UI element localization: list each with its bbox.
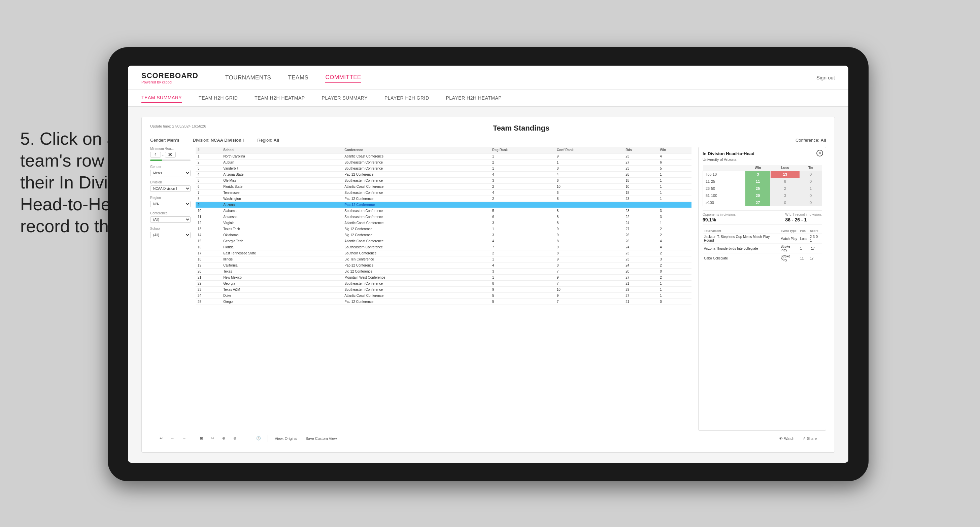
table-row[interactable]: 17East Tennessee StateSouthern Conferenc… bbox=[196, 250, 692, 256]
table-row[interactable]: 13Texas TechBig 12 Conference19272 bbox=[196, 226, 692, 232]
tournament-row[interactable]: Arizona Thunderbirds Intercollegiate Str… bbox=[703, 244, 822, 253]
save-custom-view-label: Save Custom View bbox=[306, 437, 337, 441]
table-row[interactable]: 23Texas A&MSoutheastern Conference910291 bbox=[196, 287, 692, 293]
table-row[interactable]: 1North CarolinaAtlantic Coast Conference… bbox=[196, 154, 692, 160]
tournament-pos: 1 bbox=[799, 244, 809, 253]
table-row[interactable]: 8WashingtonPac-12 Conference28231 bbox=[196, 196, 692, 202]
table-row[interactable]: 25OregonPac-12 Conference57210 bbox=[196, 299, 692, 305]
save-custom-view-button[interactable]: Save Custom View bbox=[303, 435, 340, 442]
record-value: 86 - 26 - 1 bbox=[785, 217, 822, 222]
forward-button[interactable]: → bbox=[180, 435, 189, 442]
h2h-loss-cell: 2 bbox=[771, 185, 800, 192]
top-nav: SCOREBOARD Powered by clippd TOURNAMENTS… bbox=[128, 66, 848, 90]
conference-filter-label: Conference: All bbox=[795, 138, 826, 143]
min-rounds-min-input[interactable] bbox=[150, 152, 161, 157]
table-row[interactable]: 7TennesseeSoutheastern Conference46181 bbox=[196, 190, 692, 196]
min-rounds-slider[interactable] bbox=[150, 160, 191, 161]
table-row[interactable]: 18IllinoisBig Ten Conference19233 bbox=[196, 256, 692, 262]
toolbar-separator-1 bbox=[193, 435, 193, 442]
h2h-stats: Opponents in division: 99.1% W-L-T recor… bbox=[703, 210, 822, 225]
watch-button[interactable]: 👁 Watch bbox=[776, 435, 797, 442]
h2h-loss-cell: 3 bbox=[771, 192, 800, 199]
filter-panel: Minimum Rou... - bbox=[150, 147, 191, 431]
division-select[interactable]: NCAA Division I NCAA Division II NCAA Di… bbox=[150, 186, 191, 192]
table-row[interactable]: 3VanderbiltSoutheastern Conference18235 bbox=[196, 165, 692, 171]
nav-teams[interactable]: TEAMS bbox=[288, 73, 309, 83]
table-row[interactable]: 24DukeAtlantic Coast Conference59271 bbox=[196, 293, 692, 299]
col-score: Score bbox=[809, 228, 822, 234]
region-select[interactable]: N/A All bbox=[150, 201, 191, 207]
school-select[interactable]: (All) bbox=[150, 232, 191, 238]
table-row[interactable]: 20TexasBig 12 Conference37200 bbox=[196, 268, 692, 275]
sub-nav-player-h2h-heatmap[interactable]: PLAYER H2H HEATMAP bbox=[446, 94, 502, 102]
region-group: Region N/A All bbox=[150, 196, 191, 207]
table-row[interactable]: 10AlabamaSoutheastern Conference58233 bbox=[196, 208, 692, 214]
slider-fill bbox=[150, 160, 162, 161]
table-row-selected[interactable]: 9ArizonaPac-12 Conference bbox=[196, 202, 692, 208]
table-row[interactable]: 19CaliforniaPac-12 Conference48242 bbox=[196, 262, 692, 268]
h2h-range-label: 51-100 bbox=[703, 192, 745, 199]
region-filter-panel-label: Region bbox=[150, 196, 191, 200]
zoom-in-button[interactable]: ⊕ bbox=[220, 435, 228, 442]
sub-nav-team-h2h-heatmap[interactable]: TEAM H2H HEATMAP bbox=[255, 94, 305, 102]
tournament-name: Cabo Collegiate bbox=[703, 253, 779, 263]
sub-nav-player-h2h-grid[interactable]: PLAYER H2H GRID bbox=[385, 94, 429, 102]
h2h-row-2650: 26-50 25 2 1 bbox=[703, 185, 822, 192]
min-rounds-max-input[interactable] bbox=[165, 152, 176, 157]
sign-out-button[interactable]: Sign out bbox=[816, 75, 835, 81]
sub-nav-team-summary[interactable]: TEAM SUMMARY bbox=[142, 93, 182, 103]
table-row[interactable]: 14OklahomaBig 12 Conference39262 bbox=[196, 232, 692, 238]
back-button[interactable]: ← bbox=[168, 435, 177, 442]
h2h-loss-cell: 0 bbox=[771, 199, 800, 206]
undo-button[interactable]: ↩ bbox=[157, 435, 165, 442]
tournament-row[interactable]: Jackson T. Stephens Cup Men's Match-Play… bbox=[703, 234, 822, 244]
main-content: Update time: 27/03/2024 16:56:26 Team St… bbox=[128, 107, 848, 463]
table-row[interactable]: 2AuburnSoutheastern Conference21276 bbox=[196, 160, 692, 165]
h2h-win-cell: 27 bbox=[745, 199, 771, 206]
table-row[interactable]: 4Arizona StatePac-12 Conference44261 bbox=[196, 171, 692, 178]
table-row[interactable]: 16FloridaSoutheastern Conference79244 bbox=[196, 244, 692, 250]
tournament-type: Stroke Play bbox=[779, 244, 799, 253]
grid-button[interactable]: ⊞ bbox=[197, 435, 206, 442]
h2h-matrix-table: Win Loss Tie Top 10 3 13 bbox=[703, 165, 822, 206]
table-row[interactable]: 12VirginiaAtlantic Coast Conference38241 bbox=[196, 220, 692, 226]
table-row[interactable]: 5Ole MissSoutheastern Conference36181 bbox=[196, 178, 692, 184]
conference-select[interactable]: (All) bbox=[150, 216, 191, 223]
view-original-button[interactable]: View: Original bbox=[272, 435, 300, 442]
h2h-win-cell: 11 bbox=[745, 178, 771, 185]
gender-select[interactable]: Men's Women's bbox=[150, 170, 191, 176]
h2h-tie-cell: 0 bbox=[800, 178, 822, 185]
table-row[interactable]: 15Georgia TechAtlantic Coast Conference4… bbox=[196, 238, 692, 244]
tournament-pos: 11 bbox=[799, 253, 809, 263]
table-row[interactable]: 21New MexicoMountain West Conference1927… bbox=[196, 275, 692, 281]
more-button[interactable]: ⋯ bbox=[242, 435, 251, 442]
conference-filter-panel-label: Conference bbox=[150, 211, 191, 215]
h2h-subtitle: University of Arizona bbox=[703, 157, 822, 162]
sub-nav-player-summary[interactable]: PLAYER SUMMARY bbox=[322, 94, 368, 102]
nav-tournaments[interactable]: TOURNAMENTS bbox=[225, 73, 271, 83]
table-row[interactable]: 11ArkansasSoutheastern Conference68223 bbox=[196, 214, 692, 220]
share-button[interactable]: ↗ Share bbox=[800, 435, 819, 442]
h2h-panel: In Division Head-to-Head University of A… bbox=[698, 147, 826, 431]
clock-button[interactable]: 🕐 bbox=[253, 435, 264, 442]
table-row[interactable]: 6Florida StateAtlantic Coast Conference2… bbox=[196, 184, 692, 190]
tournament-row[interactable]: Cabo Collegiate Stroke Play 11 17 bbox=[703, 253, 822, 263]
h2h-tie-cell: 0 bbox=[800, 171, 822, 178]
h2h-tie-cell: 0 bbox=[800, 199, 822, 206]
col-tie: Tie bbox=[800, 165, 822, 171]
h2h-close-button[interactable]: ✕ bbox=[816, 150, 823, 157]
gender-group: Gender Men's Women's bbox=[150, 165, 191, 176]
col-tournament: Tournament bbox=[703, 228, 779, 234]
table-row[interactable]: 22GeorgiaSoutheastern Conference87211 bbox=[196, 281, 692, 287]
zoom-out-button[interactable]: ⊖ bbox=[231, 435, 239, 442]
sub-nav: TEAM SUMMARY TEAM H2H GRID TEAM H2H HEAT… bbox=[128, 90, 848, 107]
toolbar: ↩ ← → ⊞ ✂ ⊕ ⊖ ⋯ 🕐 View: Original bbox=[150, 431, 826, 446]
nav-committee[interactable]: COMMITTEE bbox=[325, 72, 361, 83]
cut-button[interactable]: ✂ bbox=[208, 435, 217, 442]
h2h-tie-cell: 1 bbox=[800, 185, 822, 192]
h2h-range-label: 26-50 bbox=[703, 185, 745, 192]
tournament-name: Jackson T. Stephens Cup Men's Match-Play… bbox=[703, 234, 779, 244]
sub-nav-team-h2h-grid[interactable]: TEAM H2H GRID bbox=[199, 94, 238, 102]
col-range bbox=[703, 165, 745, 171]
standings-table-wrapper: # School Conference Reg Rank Conf Rank R… bbox=[196, 147, 692, 431]
